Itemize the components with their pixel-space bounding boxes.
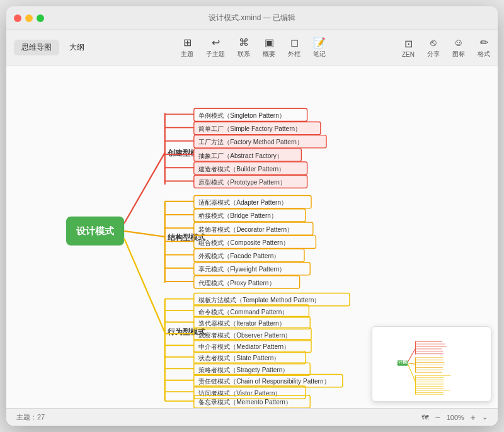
summary-icon: ▣ [265,37,274,48]
share-icon: ⎋ [430,37,437,48]
tool-connect-label: 联系 [238,50,250,59]
zoom-plus-button[interactable]: + [469,412,477,423]
preview-inner: 设计模式 [372,327,491,401]
node-flyweight[interactable]: 享元模式（Flyweight Pattern） [198,266,285,273]
note-icon: 📝 [313,37,326,48]
node-bridge[interactable]: 桥接模式（Bridge Pattern） [198,212,277,219]
view-tabs: 思维导图 大纲 [14,40,92,55]
tool-subtopic-label: 子主题 [206,50,225,59]
tool-summary[interactable]: ▣ 概要 [263,37,275,59]
tool-zen[interactable]: ⊡ ZEN [402,38,415,58]
tab-mindmap[interactable]: 思维导图 [14,40,59,55]
main-content: 设计模式 创建型模式 单例模式（Singlet [6,65,498,408]
topic-count: 主题：27 [16,412,45,422]
status-controls: 🗺 − 100% + ⌄ [421,412,488,423]
tool-subtopic[interactable]: ↩ 子主题 [206,37,225,59]
node-factory-method[interactable]: 工厂方法（Factory Method Pattern） [198,139,303,145]
tool-icons[interactable]: ☺ 图标 [452,37,465,59]
toolbar: 思维导图 大纲 ⊞ 主题 ↩ 子主题 ⌘ 联系 ▣ 概要 ◻ 外框 [6,30,498,65]
node-memento[interactable]: 备忘录模式（Memento Pattern） [198,399,292,406]
node-decorator[interactable]: 装饰者模式（Decorator Pattern） [198,226,293,233]
node-prototype[interactable]: 原型模式（Prototype Pattern） [198,179,286,186]
traffic-lights [14,14,44,22]
topic-icon: ⊞ [183,37,192,48]
node-iterator[interactable]: 迭代器模式（Iterator Pattern） [198,320,285,327]
root-label: 设计模式 [76,225,115,236]
tab-outline[interactable]: 大纲 [62,40,92,55]
preview-svg: 设计模式 [381,333,482,395]
statusbar: 主题：27 🗺 − 100% + ⌄ [6,408,498,426]
tool-note[interactable]: 📝 笔记 [313,37,326,59]
node-facade[interactable]: 外观模式（Facade Pattern） [198,253,280,259]
zen-icon: ⊡ [404,38,413,50]
map-icon: 🗺 [421,414,428,421]
node-composite[interactable]: 组合模式（Composite Pattern） [198,239,289,246]
node-state[interactable]: 状态者模式（State Pattern） [198,355,280,361]
frame-icon: ◻ [290,37,299,48]
close-button[interactable] [14,14,21,22]
tool-connect[interactable]: ⌘ 联系 [238,37,250,59]
format-icon: ✏ [480,37,488,48]
maximize-button[interactable] [37,14,44,22]
canvas[interactable]: 设计模式 创建型模式 单例模式（Singlet [6,65,498,408]
tool-zen-label: ZEN [402,51,415,58]
icons-icon: ☺ [454,37,464,48]
node-proxy[interactable]: 代理模式（Proxy Pattern） [198,280,275,287]
zoom-dropdown-icon[interactable]: ⌄ [482,413,488,421]
window-title: 设计模式.xmind — 已编辑 [209,13,295,23]
node-singleton[interactable]: 单例模式（Singleton Pattern） [198,112,285,119]
tool-share[interactable]: ⎋ 分享 [427,37,440,59]
tool-note-label: 笔记 [313,50,326,59]
tool-frame-label: 外框 [288,50,301,59]
node-abstract-factory[interactable]: 抽象工厂（Abstract Factory） [198,152,283,159]
node-template-method[interactable]: 模板方法模式（Template Method Pattern） [198,297,320,304]
tool-format-label: 格式 [478,50,490,59]
zoom-level: 100% [447,414,464,421]
node-command[interactable]: 命令模式（Command Pattern） [198,309,288,315]
connect-icon: ⌘ [239,37,249,48]
subtopic-icon: ↩ [212,37,220,48]
tool-group: ⊞ 主题 ↩ 子主题 ⌘ 联系 ▣ 概要 ◻ 外框 📝 笔记 [105,37,402,59]
node-observer[interactable]: 观察者模式（Observer Pattern） [198,332,291,339]
node-mediator[interactable]: 中介者模式（Mediator Pattern） [198,343,290,350]
tool-icons-label: 图标 [452,50,465,59]
node-simple-factory[interactable]: 简单工厂（Simple Factory Pattern） [198,125,301,132]
node-builder[interactable]: 建造者模式（Builder Pattern） [198,166,285,173]
app-window: 设计模式.xmind — 已编辑 思维导图 大纲 ⊞ 主题 ↩ 子主题 ⌘ 联系… [6,6,498,426]
titlebar: 设计模式.xmind — 已编辑 [6,6,498,30]
node-adapter[interactable]: 适配器模式（Adapter Pattern） [198,199,287,206]
minimize-button[interactable] [25,14,33,22]
tool-format[interactable]: ✏ 格式 [478,37,490,59]
tool-summary-label: 概要 [263,50,275,59]
node-strategy[interactable]: 策略者模式（Stragety Pattern） [198,367,289,373]
node-chain[interactable]: 责任链模式（Chain of Responsibility Pattern） [198,378,329,385]
tool-topic[interactable]: ⊞ 主题 [181,37,193,59]
zoom-minus-button[interactable]: − [433,412,441,423]
toolbar-right: ⊡ ZEN ⎋ 分享 ☺ 图标 ✏ 格式 [402,37,490,59]
preview-box: 设计模式 [372,326,491,402]
tool-frame[interactable]: ◻ 外框 [288,37,301,59]
tool-topic-label: 主题 [181,50,193,59]
tool-share-label: 分享 [427,50,440,59]
